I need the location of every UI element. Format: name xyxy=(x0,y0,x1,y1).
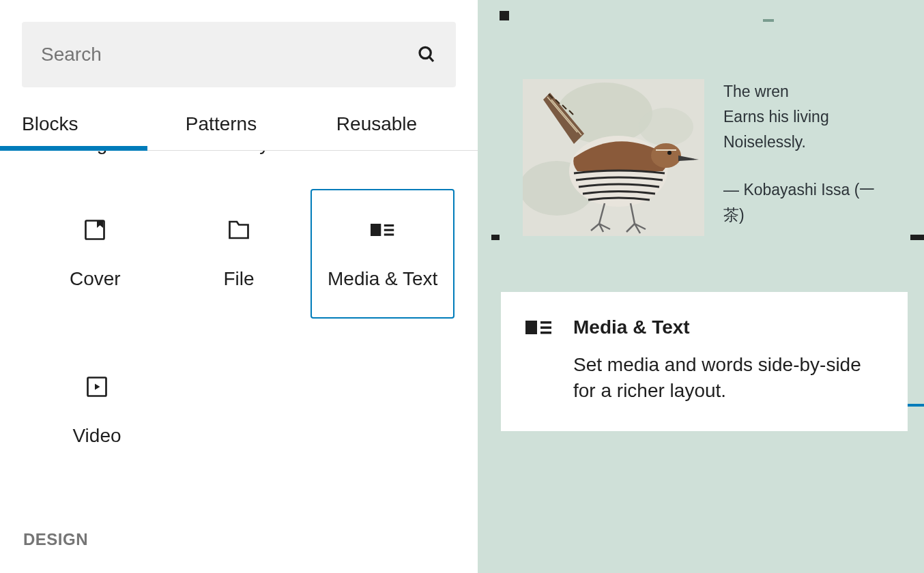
block-inserter-panel: Blocks Patterns Reusable Image Gallery A… xyxy=(0,0,478,573)
block-info-card: Media & Text Set media and words side-by… xyxy=(501,292,908,431)
info-card-title: Media & Text xyxy=(573,317,883,338)
info-card-content: Media & Text Set media and words side-by… xyxy=(573,317,883,404)
block-item-gallery-label: Gallery xyxy=(171,151,307,158)
search-wrapper xyxy=(0,0,478,101)
file-icon xyxy=(227,218,251,242)
tab-patterns[interactable]: Patterns xyxy=(147,101,295,150)
preview-media-text-block: The wren Earns his living Noiselessly. —… xyxy=(523,79,879,236)
tab-reusable[interactable]: Reusable xyxy=(295,101,459,150)
selection-marker-icon xyxy=(500,11,509,20)
svg-point-10 xyxy=(639,108,693,146)
selection-edge-icon xyxy=(908,404,924,407)
block-row: Cover File xyxy=(23,189,454,319)
selection-handle-icon[interactable] xyxy=(910,235,924,240)
poem-line: Earns his living xyxy=(723,104,879,130)
search-icon xyxy=(416,44,437,65)
svg-point-14 xyxy=(667,151,672,155)
preview-text: The wren Earns his living Noiselessly. —… xyxy=(723,79,879,236)
block-label: Media & Text xyxy=(328,268,437,290)
svg-point-13 xyxy=(651,143,681,168)
poem-line: Noiselessly. xyxy=(723,130,879,155)
tab-blocks[interactable]: Blocks xyxy=(0,101,147,150)
block-label: File xyxy=(223,268,254,290)
block-list-scroll[interactable]: Image Gallery Audio Cover xyxy=(0,151,478,573)
bird-illustration-icon xyxy=(523,79,704,236)
tabs: Blocks Patterns Reusable xyxy=(0,101,478,151)
block-item-video[interactable]: Video xyxy=(23,346,171,475)
info-card-description: Set media and words side-by-side for a r… xyxy=(573,352,883,404)
svg-point-0 xyxy=(420,47,431,58)
block-row: Video xyxy=(23,346,454,475)
svg-rect-4 xyxy=(384,224,393,226)
svg-rect-18 xyxy=(540,332,551,334)
video-icon xyxy=(85,374,109,399)
selection-marker-icon xyxy=(763,19,774,22)
block-preview-panel: The wren Earns his living Noiselessly. —… xyxy=(478,0,924,573)
block-item-media-text[interactable]: Media & Text xyxy=(311,189,454,319)
block-item-audio-label: Audio xyxy=(318,151,454,158)
media-text-icon xyxy=(371,218,395,242)
poem-attribution: — Kobayashi Issa (一茶) xyxy=(723,177,879,228)
block-item-cover[interactable]: Cover xyxy=(23,189,167,319)
poem-line: The wren xyxy=(723,79,879,104)
svg-line-1 xyxy=(429,57,433,61)
selection-handle-icon[interactable] xyxy=(491,235,500,240)
svg-rect-15 xyxy=(525,321,537,334)
svg-rect-16 xyxy=(540,321,551,324)
media-text-icon xyxy=(525,317,553,404)
svg-rect-6 xyxy=(384,233,393,235)
section-heading-design: DESIGN xyxy=(23,530,454,549)
svg-rect-5 xyxy=(384,229,393,231)
block-item-image-label: Image xyxy=(23,151,160,158)
svg-rect-17 xyxy=(540,327,551,329)
preview-image xyxy=(523,79,704,236)
block-label: Video xyxy=(72,425,121,447)
search-box[interactable] xyxy=(22,22,456,87)
active-tab-indicator xyxy=(0,146,147,151)
block-label: Cover xyxy=(70,268,121,290)
svg-rect-3 xyxy=(371,224,381,236)
block-row-partial: Image Gallery Audio xyxy=(23,151,454,158)
cover-icon xyxy=(83,218,107,242)
search-input[interactable] xyxy=(41,44,416,65)
block-item-file[interactable]: File xyxy=(167,189,311,319)
